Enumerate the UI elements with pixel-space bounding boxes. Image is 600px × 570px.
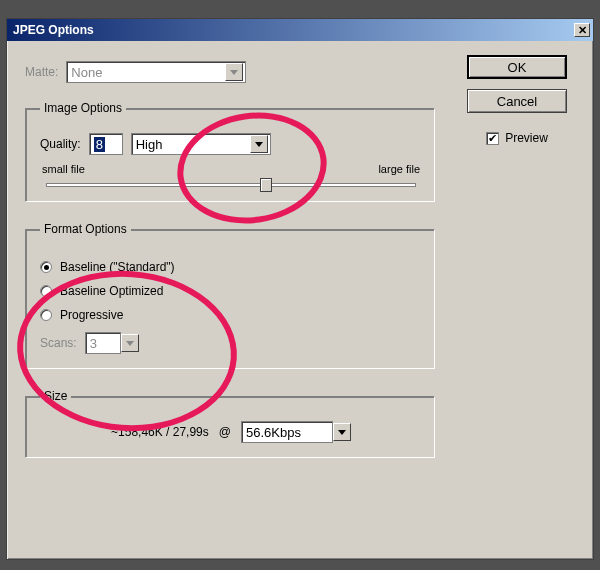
close-icon: ✕ <box>578 25 587 36</box>
chevron-down-icon <box>338 430 346 435</box>
quality-preset-dropdown[interactable]: High <box>131 133 271 155</box>
preview-checkbox[interactable]: ✔ Preview <box>486 131 548 145</box>
jpeg-options-dialog: JPEG Options ✕ Matte: None Image Options… <box>6 18 594 560</box>
matte-label: Matte: <box>25 65 58 79</box>
dropdown-button[interactable] <box>225 63 243 81</box>
radio-icon <box>40 309 52 321</box>
scans-dropdown[interactable]: 3 <box>85 332 139 354</box>
slider-min-label: small file <box>42 163 85 175</box>
radio-icon <box>40 285 52 297</box>
dropdown-button[interactable] <box>121 334 139 352</box>
preview-label: Preview <box>505 131 548 145</box>
slider-max-label: large file <box>378 163 420 175</box>
checkbox-icon: ✔ <box>486 132 499 145</box>
quality-slider[interactable] <box>46 183 416 187</box>
radio-progressive[interactable]: Progressive <box>40 308 422 322</box>
slider-thumb[interactable] <box>260 178 272 192</box>
size-estimate: ~158,46K / 27,99s <box>111 425 209 439</box>
quality-value: 8 <box>94 137 105 152</box>
size-legend: Size <box>40 389 71 403</box>
cancel-label: Cancel <box>497 94 537 109</box>
chevron-down-icon <box>230 70 238 75</box>
matte-dropdown[interactable]: None <box>66 61 246 83</box>
ok-button[interactable]: OK <box>467 55 567 79</box>
radio-label: Baseline ("Standard") <box>60 260 175 274</box>
chevron-down-icon <box>255 142 263 147</box>
ok-label: OK <box>508 60 527 75</box>
quality-input[interactable]: 8 <box>89 133 123 155</box>
at-symbol: @ <box>219 425 231 439</box>
matte-value: None <box>71 65 102 80</box>
chevron-down-icon <box>126 341 134 346</box>
close-button[interactable]: ✕ <box>574 23 590 37</box>
size-rate-value: 56.6Kbps <box>246 425 301 440</box>
cancel-button[interactable]: Cancel <box>467 89 567 113</box>
dialog-title: JPEG Options <box>13 23 94 37</box>
size-rate-dropdown[interactable]: 56.6Kbps <box>241 421 351 443</box>
radio-baseline-standard[interactable]: Baseline ("Standard") <box>40 260 422 274</box>
format-options-group: Format Options Baseline ("Standard") Bas… <box>25 222 435 369</box>
dropdown-button[interactable] <box>250 135 268 153</box>
titlebar: JPEG Options ✕ <box>7 19 593 41</box>
radio-label: Progressive <box>60 308 123 322</box>
format-options-legend: Format Options <box>40 222 131 236</box>
scans-value: 3 <box>90 336 97 351</box>
image-options-legend: Image Options <box>40 101 126 115</box>
radio-label: Baseline Optimized <box>60 284 163 298</box>
quality-preset-value: High <box>136 137 163 152</box>
size-group: Size ~158,46K / 27,99s @ 56.6Kbps <box>25 389 435 458</box>
scans-label: Scans: <box>40 336 77 350</box>
dropdown-button[interactable] <box>333 423 351 441</box>
quality-label: Quality: <box>40 137 81 151</box>
image-options-group: Image Options Quality: 8 High small file… <box>25 101 435 202</box>
radio-baseline-optimized[interactable]: Baseline Optimized <box>40 284 422 298</box>
radio-icon <box>40 261 52 273</box>
